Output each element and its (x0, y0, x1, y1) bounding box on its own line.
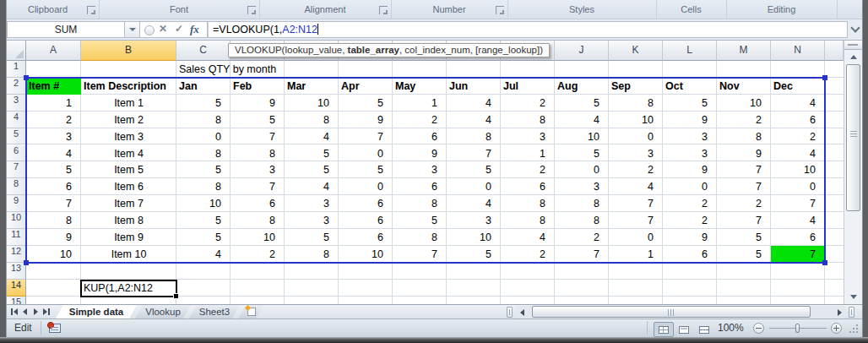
cell-L9[interactable]: 2 (663, 195, 717, 212)
cell-J8[interactable]: 3 (555, 178, 609, 195)
scroll-down-button[interactable] (844, 290, 862, 303)
cell-L5[interactable]: 3 (663, 128, 717, 145)
cell-H2[interactable]: Jun (447, 78, 501, 95)
column-header-A[interactable]: A (26, 41, 81, 61)
zoom-slider-handle[interactable] (795, 324, 800, 333)
cell-E6[interactable]: 5 (285, 145, 339, 162)
cell-M8[interactable]: 7 (717, 178, 771, 195)
cell-K8[interactable]: 4 (609, 178, 663, 195)
column-header-M[interactable]: M (717, 41, 771, 61)
cell-E10[interactable]: 3 (285, 212, 339, 229)
row-header-12[interactable]: 12 (7, 246, 26, 263)
cell-M10[interactable]: 7 (717, 212, 771, 229)
cell-H11[interactable]: 10 (447, 229, 501, 246)
cell-J7[interactable]: 0 (555, 161, 609, 178)
row-header-6[interactable]: 6 (7, 145, 26, 162)
cell-K6[interactable]: 3 (609, 145, 663, 162)
next-sheet-button[interactable] (30, 307, 41, 317)
cell-F6[interactable]: 0 (339, 145, 393, 162)
cell-I12[interactable]: 2 (501, 246, 555, 263)
cell-M3[interactable]: 10 (717, 95, 771, 112)
cell-A11[interactable]: 9 (26, 229, 81, 246)
cell-M9[interactable]: 2 (717, 195, 771, 212)
cell-B11[interactable]: Item 9 (81, 229, 176, 246)
zoom-out-button[interactable] (753, 323, 764, 334)
cell-M4[interactable]: 2 (717, 112, 771, 128)
cell-N3[interactable]: 4 (771, 95, 825, 112)
cell-D10[interactable]: 8 (231, 212, 285, 229)
cell-H3[interactable]: 4 (447, 95, 501, 112)
cell-C5[interactable]: 0 (176, 128, 231, 145)
cell-I7[interactable]: 2 (501, 161, 555, 178)
cell-G11[interactable]: 8 (393, 229, 447, 246)
row-header-15[interactable]: 15 (7, 297, 26, 304)
cell-C1[interactable]: Sales QTY by month (176, 61, 430, 78)
cell-E4[interactable]: 8 (285, 112, 339, 128)
cell-J2[interactable]: Aug (555, 78, 609, 95)
zoom-slider-track[interactable] (769, 328, 827, 329)
cell-J6[interactable]: 5 (555, 145, 609, 162)
cell-K5[interactable]: 0 (609, 128, 663, 145)
row-header-9[interactable]: 9 (7, 195, 26, 212)
cell-E3[interactable]: 10 (285, 95, 339, 112)
cell-A12[interactable]: 10 (26, 246, 81, 263)
cell-D8[interactable]: 7 (231, 178, 285, 195)
row-header-13[interactable]: 13 (7, 263, 26, 280)
cell-F4[interactable]: 9 (339, 112, 393, 128)
cell-L12[interactable]: 6 (663, 246, 717, 263)
cell-G4[interactable]: 2 (393, 112, 447, 128)
cell-J3[interactable]: 5 (555, 95, 609, 112)
cell-N9[interactable]: 7 (771, 195, 825, 212)
cell-E9[interactable]: 3 (285, 195, 339, 212)
cell-D2[interactable]: Feb (231, 78, 285, 95)
cell-F3[interactable]: 5 (339, 95, 393, 112)
cell-I5[interactable]: 3 (501, 128, 555, 145)
cell-E12[interactable]: 8 (285, 246, 339, 263)
cell-G6[interactable]: 9 (393, 145, 447, 162)
cell-C10[interactable]: 5 (176, 212, 231, 229)
cell-M2[interactable]: Nov (717, 78, 771, 95)
cell-J11[interactable]: 2 (555, 229, 609, 246)
cell-edit-box[interactable]: KUP(1,A2:N12 (80, 280, 177, 297)
dialog-launcher-icon[interactable] (247, 6, 256, 14)
cell-K3[interactable]: 8 (609, 95, 663, 112)
cell-E5[interactable]: 4 (285, 128, 339, 145)
cell-I6[interactable]: 1 (501, 145, 555, 162)
cell-I2[interactable]: Jul (501, 78, 555, 95)
column-header-J[interactable]: J (555, 41, 609, 61)
cell-J5[interactable]: 10 (555, 128, 609, 145)
cell-D3[interactable]: 9 (231, 95, 285, 112)
cell-N7[interactable]: 10 (771, 161, 825, 178)
cell-N4[interactable]: 6 (771, 112, 825, 128)
cell-B3[interactable]: Item 1 (81, 95, 176, 112)
cell-A8[interactable]: 6 (26, 178, 81, 195)
cell-K7[interactable]: 2 (609, 161, 663, 178)
cell-A4[interactable]: 2 (26, 112, 81, 128)
cell-F10[interactable]: 6 (339, 212, 393, 229)
cell-N10[interactable]: 4 (771, 212, 825, 229)
formula-input[interactable]: =VLOOKUP(1,A2:N12 (208, 21, 848, 38)
cell-M5[interactable]: 8 (717, 128, 771, 145)
cell-B6[interactable]: Item 4 (81, 145, 176, 162)
cell-J12[interactable]: 7 (555, 246, 609, 263)
cell-F11[interactable]: 6 (339, 229, 393, 246)
cell-L4[interactable]: 9 (663, 112, 717, 128)
cell-G8[interactable]: 6 (393, 178, 447, 195)
tab-scrollbar-splitter[interactable] (507, 307, 513, 318)
cell-E11[interactable]: 5 (285, 229, 339, 246)
cell-D9[interactable]: 6 (231, 195, 285, 212)
cell-I11[interactable]: 4 (501, 229, 555, 246)
row-header-7[interactable]: 7 (7, 161, 26, 178)
cell-M6[interactable]: 9 (717, 145, 771, 162)
cell-D5[interactable]: 7 (231, 128, 285, 145)
cell-D12[interactable]: 2 (231, 246, 285, 263)
page-break-view-button[interactable] (694, 322, 714, 337)
cell-K11[interactable]: 0 (609, 229, 663, 246)
cell-B4[interactable]: Item 2 (81, 112, 176, 128)
vertical-scrollbar[interactable] (844, 41, 862, 304)
cell-G10[interactable]: 5 (393, 212, 447, 229)
cell-G5[interactable]: 6 (393, 128, 447, 145)
scroll-left-button[interactable] (515, 306, 529, 318)
column-header-B[interactable]: B (81, 41, 176, 61)
cell-F5[interactable]: 7 (339, 128, 393, 145)
